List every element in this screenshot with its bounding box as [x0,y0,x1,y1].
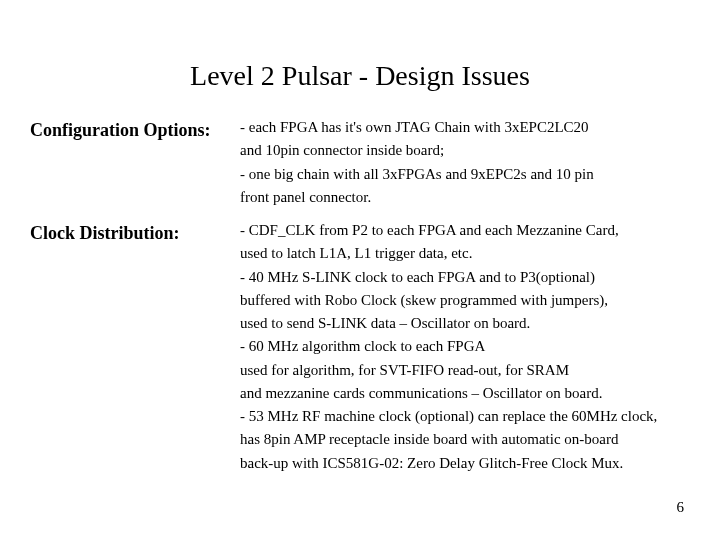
page-number: 6 [677,499,685,516]
slide: Level 2 Pulsar - Design Issues Configura… [0,0,720,540]
section-configuration: Configuration Options: - each FPGA has i… [30,116,690,209]
page-title: Level 2 Pulsar - Design Issues [30,60,690,92]
section-body-configuration: - each FPGA has it's own JTAG Chain with… [240,116,690,209]
section-label-clock: Clock Distribution: [30,219,240,247]
section-clock: Clock Distribution: - CDF_CLK from P2 to… [30,219,690,475]
section-label-configuration: Configuration Options: [30,116,240,144]
section-body-clock: - CDF_CLK from P2 to each FPGA and each … [240,219,690,475]
